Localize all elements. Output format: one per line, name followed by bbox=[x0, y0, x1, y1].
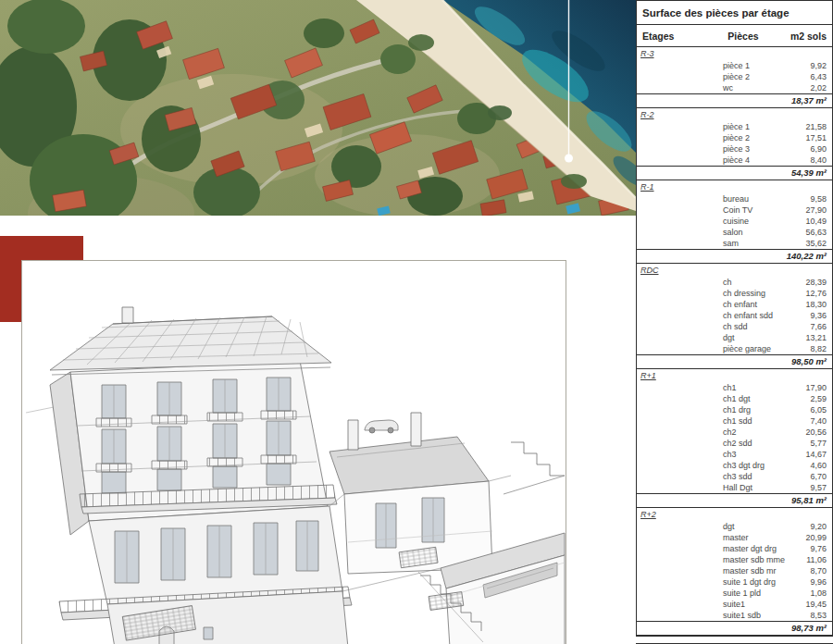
floor-subtotal: 54,39 m² bbox=[637, 166, 832, 180]
room-row: suite119,45 bbox=[637, 599, 832, 610]
room-area: 6,90 bbox=[810, 143, 832, 155]
floor-label: R+2 bbox=[637, 508, 832, 521]
room-area: 56,63 bbox=[805, 227, 832, 238]
room-area: 19,45 bbox=[805, 599, 832, 610]
room-name: ch1 sdd bbox=[637, 415, 752, 427]
room-row: ch1 dgt2,59 bbox=[637, 393, 832, 404]
room-area: 10,49 bbox=[805, 216, 832, 227]
room-area: 7,66 bbox=[810, 321, 832, 332]
room-name: pièce 2 bbox=[637, 71, 750, 82]
floor-subtotal: 98,50 m² bbox=[637, 354, 832, 369]
floor-subtotal: 140,22 m² bbox=[637, 249, 832, 264]
room-row: ch220,56 bbox=[637, 427, 832, 438]
room-row: Coin TV27,90 bbox=[637, 204, 832, 216]
room-row: bureau9,58 bbox=[637, 193, 832, 204]
room-row: pièce garage8,82 bbox=[637, 343, 832, 354]
room-row: suite 1 dgt drg9,96 bbox=[637, 576, 832, 588]
room-row: ch1 drg6,05 bbox=[637, 404, 832, 415]
room-name: pièce 3 bbox=[637, 143, 750, 155]
col-header-etages: Etages bbox=[642, 31, 696, 42]
room-name: dgt bbox=[637, 332, 735, 343]
room-name: ch1 drg bbox=[637, 404, 751, 415]
room-row: ch enfant18,30 bbox=[637, 299, 832, 310]
surface-table-column: Surface des pièces par étage Etages Pièc… bbox=[636, 0, 833, 644]
room-name: sam bbox=[637, 238, 739, 249]
room-name: wc bbox=[637, 82, 733, 93]
room-name: master dgt drg bbox=[637, 543, 777, 554]
room-name: dgt bbox=[637, 521, 735, 532]
floor-label: R+1 bbox=[637, 369, 832, 382]
room-row: Hall Dgt9,57 bbox=[637, 482, 832, 493]
room-name: master sdb mr bbox=[637, 565, 777, 576]
room-area: 17,51 bbox=[805, 132, 832, 143]
room-row: master20,99 bbox=[637, 532, 832, 543]
room-name: ch1 bbox=[637, 382, 737, 393]
room-area: 2,59 bbox=[810, 393, 832, 404]
room-row: master sdb mr8,70 bbox=[637, 565, 832, 576]
room-area: 28,39 bbox=[805, 277, 832, 288]
floor-label: R-1 bbox=[637, 180, 832, 193]
room-name: suite1 sdb bbox=[637, 610, 761, 621]
room-area: 14,67 bbox=[805, 449, 832, 460]
room-area: 7,40 bbox=[810, 415, 832, 427]
room-name: Coin TV bbox=[637, 204, 752, 216]
room-area: 35,62 bbox=[805, 238, 832, 249]
room-area: 1,08 bbox=[810, 588, 832, 599]
room-row: pièce 26,43 bbox=[637, 71, 832, 82]
room-row: ch117,90 bbox=[637, 382, 832, 393]
room-name: suite1 bbox=[637, 599, 745, 610]
aerial-photo bbox=[0, 0, 636, 216]
room-row: pièce 19,92 bbox=[637, 60, 832, 71]
room-row: ch314,67 bbox=[637, 449, 832, 460]
room-area: 9,96 bbox=[810, 576, 832, 588]
room-row: pièce 121,58 bbox=[637, 121, 832, 132]
room-row: master sdb mme11,06 bbox=[637, 554, 832, 565]
col-header-m2: m2 sols bbox=[790, 31, 827, 42]
room-name: pièce 1 bbox=[637, 121, 750, 132]
floor-section: R-3pièce 19,92pièce 26,43wc2,0218,37 m² bbox=[637, 47, 832, 108]
room-area: 18,30 bbox=[805, 299, 832, 310]
room-name: salon bbox=[637, 227, 743, 238]
room-area: 9,20 bbox=[810, 521, 832, 532]
room-area: 6,43 bbox=[810, 71, 832, 82]
room-area: 9,36 bbox=[810, 310, 832, 321]
room-row: ch dressing12,76 bbox=[637, 288, 832, 299]
drawing-panel bbox=[21, 260, 566, 644]
room-name: bureau bbox=[637, 193, 749, 204]
room-name: suite 1 pld bbox=[637, 588, 761, 599]
room-row: master dgt drg9,76 bbox=[637, 543, 832, 554]
room-area: 8,53 bbox=[810, 610, 832, 621]
room-area: 17,90 bbox=[805, 382, 832, 393]
room-row: salon56,63 bbox=[637, 227, 832, 238]
room-name: ch1 dgt bbox=[637, 393, 751, 404]
room-name: ch bbox=[637, 277, 732, 288]
room-row: dgt9,20 bbox=[637, 521, 832, 532]
room-row: cuisine10,49 bbox=[637, 216, 832, 227]
room-area: 2,02 bbox=[810, 82, 832, 93]
room-row: suite 1 pld1,08 bbox=[637, 588, 832, 599]
room-area: 8,82 bbox=[810, 343, 832, 354]
floor-section: R+1ch117,90ch1 dgt2,59ch1 drg6,05ch1 sdd… bbox=[637, 369, 832, 508]
table-sections: R-3pièce 19,92pièce 26,43wc2,0218,37 m²R… bbox=[637, 47, 832, 636]
dossier-page: { "photo": { "alt": "Vue aérienne d'une … bbox=[0, 0, 833, 644]
room-row: wc2,02 bbox=[637, 82, 832, 93]
room-area: 8,70 bbox=[810, 565, 832, 576]
room-name: ch enfant sdd bbox=[637, 310, 773, 321]
room-name: cuisine bbox=[637, 216, 749, 227]
room-row: ch28,39 bbox=[637, 277, 832, 288]
room-name: Hall Dgt bbox=[637, 482, 752, 493]
aerial-photo-graphic bbox=[0, 0, 636, 216]
floor-section: R-2pièce 121,58pièce 217,51pièce 36,90pi… bbox=[637, 108, 832, 180]
floor-section: R-1bureau9,58Coin TV27,90cuisine10,49sal… bbox=[637, 180, 832, 264]
floor-label: RDC bbox=[637, 264, 832, 277]
table-header: Etages Pièces m2 sols bbox=[637, 25, 832, 47]
room-area: 21,58 bbox=[805, 121, 832, 132]
room-name: pièce garage bbox=[637, 343, 771, 354]
room-name: ch2 bbox=[637, 427, 737, 438]
room-name: ch3 sdd bbox=[637, 471, 752, 482]
room-row: suite1 sdb8,53 bbox=[637, 610, 832, 621]
room-area: 5,77 bbox=[810, 438, 832, 449]
col-header-pieces: Pièces bbox=[696, 31, 790, 42]
room-area: 9,58 bbox=[810, 193, 832, 204]
surface-table: Surface des pièces par étage Etages Pièc… bbox=[636, 0, 833, 637]
